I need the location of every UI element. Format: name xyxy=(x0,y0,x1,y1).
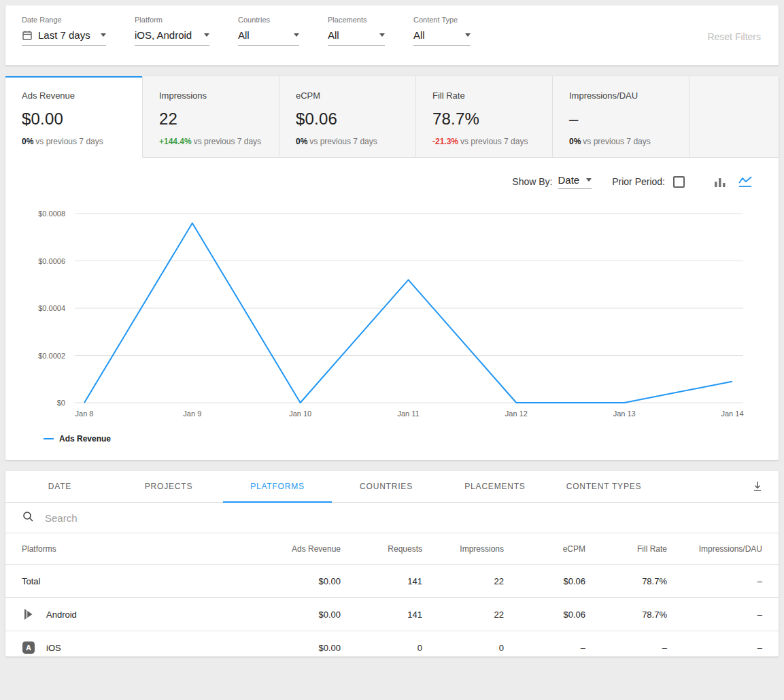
filter-label: Countries xyxy=(238,16,299,24)
col-requests: Requests xyxy=(341,544,422,554)
chevron-down-icon xyxy=(465,33,471,37)
metric-value: $0.00 xyxy=(22,110,126,129)
svg-text:Jan 14: Jan 14 xyxy=(721,410,743,418)
reset-filters-button[interactable]: Reset Filters xyxy=(707,31,761,42)
cell-requests: 141 xyxy=(341,576,422,586)
tab-platforms[interactable]: PLATFORMS xyxy=(223,471,332,503)
chart-controls: Show By: Date Prior Period: xyxy=(5,158,779,189)
row-label: iOS xyxy=(46,643,61,653)
metric-delta-suffix: vs previous 7 days xyxy=(35,137,103,146)
metric-value: 22 xyxy=(159,110,262,129)
cell-impressions: 22 xyxy=(422,576,504,586)
filter-content-type: Content Type All xyxy=(413,16,471,46)
countries-dropdown[interactable]: All xyxy=(238,29,299,46)
app-store-icon: A xyxy=(22,641,35,654)
filter-label: Content Type xyxy=(413,16,471,24)
svg-text:A: A xyxy=(26,644,31,652)
svg-text:Jan 11: Jan 11 xyxy=(397,410,419,418)
metric-tab-ads-revenue[interactable]: Ads Revenue $0.00 0%vs previous 7 days xyxy=(5,76,142,158)
tab-date[interactable]: DATE xyxy=(5,471,114,503)
svg-text:Jan 12: Jan 12 xyxy=(505,410,528,418)
svg-text:Jan 9: Jan 9 xyxy=(183,410,201,418)
tab-content-types[interactable]: CONTENT TYPES xyxy=(549,471,658,503)
table-header-row: Platforms Ads Revenue Requests Impressio… xyxy=(5,533,779,564)
ads-revenue-line-chart[interactable]: $0$0.0002$0.0004$0.0006$0.0008Jan 8Jan 9… xyxy=(11,199,773,426)
platform-value: iOS, Android xyxy=(135,29,192,41)
breakdown-tabs: DATE PROJECTS PLATFORMS COUNTRIES PLACEM… xyxy=(5,471,779,503)
content-type-dropdown[interactable]: All xyxy=(413,29,471,46)
cell-ecpm: $0.06 xyxy=(504,576,585,586)
svg-text:Jan 13: Jan 13 xyxy=(613,410,636,418)
search-input[interactable] xyxy=(45,512,762,524)
col-platforms: Platforms xyxy=(22,544,259,554)
platform-dropdown[interactable]: iOS, Android xyxy=(135,29,209,46)
metric-delta: -21.3% xyxy=(432,137,458,146)
search-icon xyxy=(22,510,34,525)
tab-countries[interactable]: COUNTRIES xyxy=(332,471,441,503)
metric-label: Fill Rate xyxy=(432,90,536,101)
metric-delta: 0% xyxy=(296,137,307,146)
chevron-down-icon xyxy=(101,33,106,37)
metric-delta-suffix: vs previous 7 days xyxy=(309,137,377,146)
google-play-icon xyxy=(22,607,35,621)
filter-date-range: Date Range Last 7 days xyxy=(22,16,106,46)
prior-period-label: Prior Period: xyxy=(612,176,665,187)
chevron-down-icon xyxy=(204,33,209,37)
legend-label: Ads Revenue xyxy=(59,434,111,444)
metric-tabs-filler xyxy=(689,76,779,158)
metric-value: 78.7% xyxy=(432,110,536,129)
cell-ads-revenue: $0.00 xyxy=(259,643,341,653)
cell-impressions-dau: – xyxy=(667,643,762,653)
cell-requests: 141 xyxy=(341,610,422,620)
metric-label: Ads Revenue xyxy=(22,90,126,101)
show-by-value: Date xyxy=(558,174,580,186)
chevron-down-icon xyxy=(586,178,592,182)
download-icon[interactable] xyxy=(751,480,764,493)
row-label: Total xyxy=(22,576,40,586)
metric-value: $0.06 xyxy=(296,110,399,129)
cell-ads-revenue: $0.00 xyxy=(259,576,341,586)
tab-placements[interactable]: PLACEMENTS xyxy=(441,471,549,503)
filter-label: Platform xyxy=(135,16,209,24)
filter-label: Placements xyxy=(328,16,385,24)
svg-text:$0: $0 xyxy=(57,399,65,407)
table-row-android[interactable]: Android $0.00 141 22 $0.06 78.7% – xyxy=(5,597,779,631)
metrics-chart-card: Ads Revenue $0.00 0%vs previous 7 days I… xyxy=(5,76,779,460)
table-row-total[interactable]: Total $0.00 141 22 $0.06 78.7% – xyxy=(5,564,779,597)
chart-legend: Ads Revenue xyxy=(44,434,779,444)
date-range-dropdown[interactable]: Last 7 days xyxy=(22,29,106,46)
metric-tab-ecpm[interactable]: eCPM $0.06 0%vs previous 7 days xyxy=(279,76,415,158)
cell-fill-rate: 78.7% xyxy=(585,610,667,620)
table-row-ios[interactable]: A iOS $0.00 0 0 – – – xyxy=(5,631,779,656)
metric-tab-fill-rate[interactable]: Fill Rate 78.7% -21.3%vs previous 7 days xyxy=(415,76,552,158)
svg-text:$0.0008: $0.0008 xyxy=(38,210,65,218)
col-impressions: Impressions xyxy=(422,544,504,554)
cell-fill-rate: – xyxy=(585,643,667,653)
metric-label: Impressions xyxy=(159,90,262,101)
cell-ecpm: $0.06 xyxy=(504,610,585,620)
cell-fill-rate: 78.7% xyxy=(585,576,667,586)
filter-placements: Placements All xyxy=(328,16,385,46)
prior-period-checkbox[interactable] xyxy=(673,176,685,188)
cell-impressions: 22 xyxy=(422,610,504,620)
placements-dropdown[interactable]: All xyxy=(328,29,385,46)
line-chart-icon[interactable] xyxy=(738,176,753,188)
show-by-dropdown[interactable]: Date xyxy=(558,174,592,189)
metric-tab-impressions[interactable]: Impressions 22 +144.4%vs previous 7 days xyxy=(142,76,279,158)
date-range-value: Last 7 days xyxy=(38,29,90,41)
col-fill-rate: Fill Rate xyxy=(585,544,667,554)
countries-value: All xyxy=(238,29,250,41)
calendar-icon xyxy=(22,30,33,41)
metric-delta: 0% xyxy=(569,137,581,146)
tab-projects[interactable]: PROJECTS xyxy=(114,471,223,503)
svg-text:Jan 10: Jan 10 xyxy=(289,410,311,418)
filter-label: Date Range xyxy=(22,16,106,24)
metric-tab-impressions-dau[interactable]: Impressions/DAU – 0%vs previous 7 days xyxy=(552,76,689,158)
metric-delta-suffix: vs previous 7 days xyxy=(583,137,650,146)
metric-tabs: Ads Revenue $0.00 0%vs previous 7 days I… xyxy=(5,76,779,158)
svg-text:$0.0006: $0.0006 xyxy=(38,257,65,265)
metric-value: – xyxy=(569,110,672,129)
cell-impressions-dau: – xyxy=(667,576,762,586)
bar-chart-icon[interactable] xyxy=(713,176,727,188)
content-type-value: All xyxy=(413,29,425,41)
